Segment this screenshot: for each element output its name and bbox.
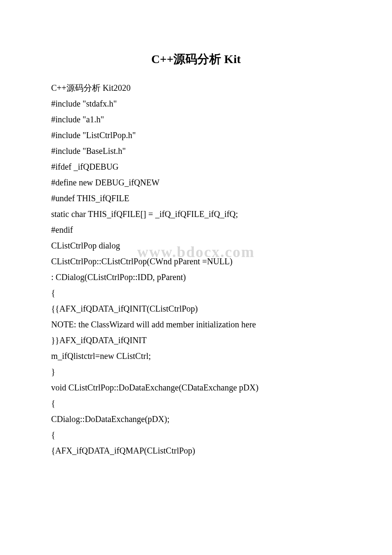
code-line: { bbox=[51, 427, 341, 443]
code-line: {AFX_ifQDATA_ifQMAP(CListCtrlPop) bbox=[51, 443, 341, 459]
code-line: static char THIS_ifQFILE[] = _ifQ_ifQFIL… bbox=[51, 206, 341, 222]
code-line: NOTE: the ClassWizard will add member in… bbox=[51, 317, 341, 332]
code-line: #endif bbox=[51, 222, 341, 238]
code-line: { bbox=[51, 396, 341, 411]
document-title: C++源码分析 Kit bbox=[51, 51, 341, 67]
code-line: } bbox=[51, 364, 341, 380]
code-line: : CDialog(CListCtrlPop::IDD, pParent) bbox=[51, 269, 341, 285]
code-line: #include "stdafx.h" bbox=[51, 96, 341, 112]
code-line: CListCtrlPop dialog bbox=[51, 238, 341, 254]
code-line: }}AFX_ifQDATA_ifQINIT bbox=[51, 332, 341, 348]
document-body: C++源码分析 Kit C++源码分析 Kit2020 #include "st… bbox=[51, 51, 341, 459]
code-content: C++源码分析 Kit2020 #include "stdafx.h" #inc… bbox=[51, 80, 341, 459]
code-line: CDialog::DoDataExchange(pDX); bbox=[51, 411, 341, 427]
code-line: CListCtrlPop::CListCtrlPop(CWnd pParent … bbox=[51, 254, 341, 269]
code-line: #define new DEBUG_ifQNEW bbox=[51, 175, 341, 191]
code-line: #include "a1.h" bbox=[51, 112, 341, 127]
code-line: #include "ListCtrlPop.h" bbox=[51, 127, 341, 143]
code-line: #undef THIS_ifQFILE bbox=[51, 191, 341, 206]
code-line: C++源码分析 Kit2020 bbox=[51, 80, 341, 96]
code-line: #ifdef _ifQDEBUG bbox=[51, 159, 341, 175]
code-line: #include "BaseList.h" bbox=[51, 143, 341, 159]
code-line: void CListCtrlPop::DoDataExchange(CDataE… bbox=[51, 380, 341, 396]
code-line: { bbox=[51, 285, 341, 301]
code-line: m_ifQlistctrl=new CListCtrl; bbox=[51, 348, 341, 364]
code-line: {{AFX_ifQDATA_ifQINIT(CListCtrlPop) bbox=[51, 301, 341, 317]
